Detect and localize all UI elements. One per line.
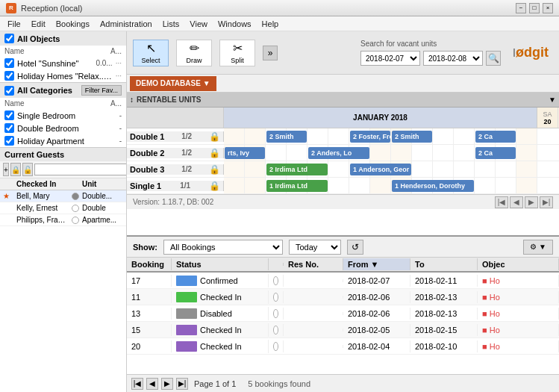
day-cell-r1-d9[interactable]: [412, 145, 433, 161]
day-cell-r2-d9[interactable]: [412, 161, 433, 177]
day-cell-r1-d10[interactable]: [433, 145, 454, 161]
menu-file[interactable]: File: [3, 18, 25, 30]
day-cell-r0-d0[interactable]: [224, 128, 245, 144]
day-cell-r2-d12[interactable]: [475, 161, 496, 177]
double-bedroom-checkbox[interactable]: [4, 123, 14, 133]
menu-windows[interactable]: Windows: [213, 18, 256, 30]
booking-row-3[interactable]: 15 Checked In 2018-02-05 2018-02-15 ■ Ho: [127, 322, 559, 338]
units-sort-icon[interactable]: ↕: [130, 96, 134, 104]
day-cell-r3-d12[interactable]: [475, 178, 496, 193]
booking-bar-r0-b2[interactable]: 2 Smith: [392, 131, 432, 143]
day-cell-r0-d10[interactable]: [433, 128, 454, 144]
all-categories-checkbox[interactable]: [4, 86, 14, 96]
day-cell-r0-d11[interactable]: [454, 128, 475, 144]
day-cell-r2-d5[interactable]: [328, 161, 349, 177]
search-date-to[interactable]: 2018-02-08: [423, 51, 483, 66]
cal-nav-last[interactable]: ▶|: [540, 196, 553, 208]
demo-database-selector[interactable]: DEMO DATABASE ▼: [130, 76, 216, 91]
th-resno[interactable]: Res No.: [284, 258, 343, 270]
booking-bar-r0-b0[interactable]: 2 Smith: [266, 131, 307, 143]
th-status[interactable]: Status: [172, 258, 269, 270]
menu-help[interactable]: Help: [257, 18, 284, 30]
day-cell-r2-d13[interactable]: [496, 161, 516, 177]
cal-nav-next[interactable]: ▶: [525, 196, 538, 208]
table-nav-prev[interactable]: ◀: [146, 378, 158, 390]
table-nav-first[interactable]: |◀: [131, 378, 143, 390]
day-cell-r2-d0[interactable]: [224, 161, 245, 177]
guest-row-philipps[interactable]: Philipps, Francis Apartme...: [0, 214, 126, 226]
booking-bar-r3-b1[interactable]: 1 Henderson, Dorothy: [392, 180, 474, 192]
filter-button[interactable]: Filter Fav...: [81, 85, 122, 96]
search-date-from[interactable]: 2018-02-07: [360, 51, 420, 66]
holiday-apartment-checkbox[interactable]: [4, 136, 14, 146]
booking-bar-r2-b1[interactable]: 1 Anderson, Geor: [350, 164, 411, 175]
guest-search-input[interactable]: [34, 164, 126, 175]
booking-row-0[interactable]: 17 Confirmed 2018-02-07 2018-02-11 ■ Ho: [127, 273, 559, 289]
day-cell-r3-d14[interactable]: [516, 178, 537, 193]
menu-lists[interactable]: Lists: [158, 18, 184, 30]
menu-view[interactable]: View: [185, 18, 212, 30]
day-cell-r0-d1[interactable]: [245, 128, 266, 144]
day-cell-r2-d1[interactable]: [245, 161, 266, 177]
day-cell-r1-d2[interactable]: [266, 145, 287, 161]
day-cell-r1-d8[interactable]: [391, 145, 412, 161]
select-button[interactable]: ↖ Select: [133, 40, 169, 66]
minimize-button[interactable]: −: [516, 3, 526, 13]
holiday-menu-icon[interactable]: ···: [116, 72, 122, 80]
booking-bar-r1-b2[interactable]: 2 Ca: [475, 147, 516, 159]
day-cell-r2-d14[interactable]: [516, 161, 537, 177]
split-button[interactable]: ✂ Split: [219, 40, 255, 66]
booking-row-2[interactable]: 13 Disabled 2018-02-06 2018-02-13 ■ Ho: [127, 305, 559, 322]
guest-row-kelly[interactable]: Kelly, Ernest Double: [0, 202, 126, 214]
add-guest-button[interactable]: +: [3, 163, 9, 176]
booking-bar-r1-b0[interactable]: rts, Ivy: [225, 147, 265, 159]
day-cell-r1-d11[interactable]: [454, 145, 475, 161]
booking-bar-r3-b0[interactable]: 1 Irdima Ltd: [266, 180, 328, 192]
expand-button[interactable]: »: [263, 46, 278, 60]
th-booking[interactable]: Booking: [127, 258, 172, 270]
day-cell-r3-d7[interactable]: [370, 178, 391, 193]
booking-bar-r0-b3[interactable]: 2 Ca: [475, 131, 516, 143]
booking-bar-r1-b1[interactable]: 2 Anders, Lo: [308, 147, 369, 159]
booking-bar-r0-b1[interactable]: 2 Foster, Fre: [350, 131, 390, 143]
cal-nav-first[interactable]: |◀: [495, 196, 508, 208]
today-select[interactable]: Today: [289, 240, 341, 255]
guest-row-bell[interactable]: ★ Bell, Mary Double...: [0, 190, 126, 202]
lock-icon[interactable]: 🔒: [10, 163, 21, 176]
menu-administration[interactable]: Administration: [96, 18, 157, 30]
settings-button[interactable]: ⚙ ▼: [523, 240, 553, 255]
table-nav-next[interactable]: ▶: [161, 378, 173, 390]
th-obj[interactable]: Objec: [478, 258, 559, 270]
single-bedroom-checkbox[interactable]: [4, 111, 14, 120]
day-cell-r3-d0[interactable]: [224, 178, 245, 193]
day-cell-r0-d5[interactable]: [328, 128, 349, 144]
hotel-checkbox[interactable]: [4, 58, 14, 68]
day-cell-r0-d14[interactable]: [516, 128, 537, 144]
show-select[interactable]: All Bookings: [163, 240, 283, 255]
th-to[interactable]: To: [410, 258, 478, 270]
menu-bookings[interactable]: Bookings: [51, 18, 94, 30]
cal-nav-prev[interactable]: ◀: [510, 196, 523, 208]
day-cell-r3-d13[interactable]: [496, 178, 516, 193]
booking-row-1[interactable]: 11 Checked In 2018-02-06 2018-02-13 ■ Ho: [127, 289, 559, 305]
close-button[interactable]: ×: [543, 3, 553, 13]
day-cell-r1-d14[interactable]: [516, 145, 537, 161]
day-cell-r1-d3[interactable]: [287, 145, 307, 161]
unlock-icon[interactable]: 🔓: [22, 163, 33, 176]
day-cell-r3-d1[interactable]: [245, 178, 266, 193]
day-cell-r3-d6[interactable]: [349, 178, 370, 193]
booking-row-4[interactable]: 20 Checked In 2018-02-04 2018-02-10 ■ Ho: [127, 338, 559, 355]
hotel-menu-icon[interactable]: ···: [116, 59, 122, 67]
day-cell-r0-d4[interactable]: [307, 128, 328, 144]
day-cell-r3-d5[interactable]: [328, 178, 349, 193]
th-from[interactable]: From ▼: [343, 258, 410, 270]
menu-edit[interactable]: Edit: [27, 18, 50, 30]
all-objects-checkbox[interactable]: [4, 34, 14, 43]
day-cell-r2-d11[interactable]: [454, 161, 475, 177]
maximize-button[interactable]: □: [529, 3, 540, 13]
units-dropdown-icon[interactable]: ▼: [549, 96, 556, 104]
table-nav-last[interactable]: ▶|: [176, 378, 188, 390]
day-cell-r2-d10[interactable]: [433, 161, 454, 177]
day-cell-r1-d7[interactable]: [370, 145, 391, 161]
booking-bar-r2-b0[interactable]: 2 Irdima Ltd: [266, 164, 328, 175]
